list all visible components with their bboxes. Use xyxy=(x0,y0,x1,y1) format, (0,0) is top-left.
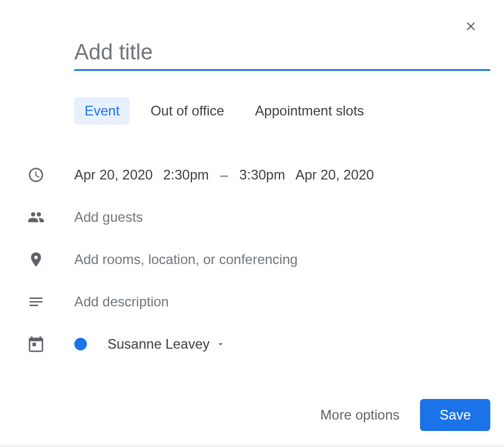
save-button[interactable]: Save xyxy=(420,399,490,431)
calendar-row: Susanne Leavey xyxy=(27,328,481,360)
tab-out-of-office[interactable]: Out of office xyxy=(140,97,234,125)
end-time[interactable]: 3:30pm xyxy=(239,167,285,183)
event-quick-create-dialog: Event Out of office Appointment slots Ap… xyxy=(0,0,504,447)
clock-icon xyxy=(27,166,45,183)
description-row[interactable]: Add description xyxy=(27,286,481,318)
calendar-selector[interactable]: Susanne Leavey xyxy=(107,336,226,352)
bottom-shadow xyxy=(0,444,504,447)
event-type-tabs: Event Out of office Appointment slots xyxy=(74,97,374,125)
close-icon xyxy=(464,19,478,33)
calendar-icon xyxy=(27,336,45,353)
dialog-footer: More options Save xyxy=(316,399,490,431)
tab-event[interactable]: Event xyxy=(74,97,130,125)
description-icon xyxy=(27,293,45,310)
title-input[interactable] xyxy=(74,38,490,71)
location-placeholder: Add rooms, location, or conferencing xyxy=(74,252,481,268)
datetime-row: Apr 20, 2020 2:30pm – 3:30pm Apr 20, 202… xyxy=(27,159,481,191)
tab-appointment-slots[interactable]: Appointment slots xyxy=(245,97,374,125)
guests-placeholder: Add guests xyxy=(74,209,481,225)
time-dash: – xyxy=(219,167,229,183)
location-row[interactable]: Add rooms, location, or conferencing xyxy=(27,244,481,276)
chevron-down-icon xyxy=(215,339,226,349)
location-icon xyxy=(27,251,45,268)
close-button[interactable] xyxy=(461,16,481,37)
calendar-name-label: Susanne Leavey xyxy=(107,336,210,352)
start-time[interactable]: 2:30pm xyxy=(163,167,209,183)
guests-row[interactable]: Add guests xyxy=(27,201,481,233)
calendar-color-dot xyxy=(74,338,87,350)
people-icon xyxy=(27,209,45,226)
more-options-button[interactable]: More options xyxy=(316,401,405,429)
start-date[interactable]: Apr 20, 2020 xyxy=(74,167,153,183)
end-date[interactable]: Apr 20, 2020 xyxy=(295,167,374,183)
description-placeholder: Add description xyxy=(74,294,481,310)
